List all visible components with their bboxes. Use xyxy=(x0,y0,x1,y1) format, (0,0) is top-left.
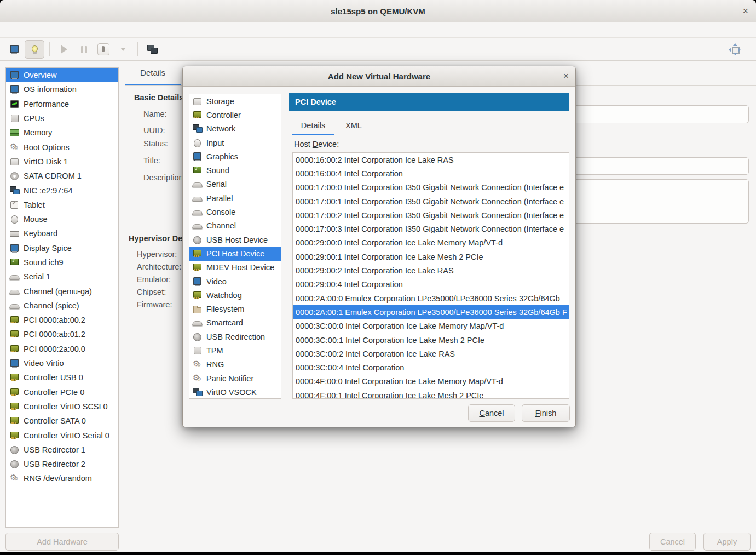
fullscreen-button[interactable] xyxy=(725,41,744,58)
pause-button[interactable] xyxy=(74,41,93,58)
hardware-type-item[interactable]: Storage xyxy=(189,94,281,108)
sidebar-item[interactable]: Keyboard xyxy=(6,226,118,241)
sidebar-item[interactable]: Serial 1 xyxy=(6,270,118,284)
hardware-type-item[interactable]: Channel xyxy=(189,219,281,233)
sidebar-item[interactable]: Channel (qemu-ga) xyxy=(6,284,118,298)
snapshots-button[interactable] xyxy=(143,41,161,58)
sidebar-item[interactable]: Controller VirtIO Serial 0 xyxy=(6,428,118,442)
host-device-row[interactable]: 0000:2A:00:1 Emulex Corporation LPe35000… xyxy=(293,305,569,319)
hardware-type-label: TPM xyxy=(206,346,223,355)
hardware-type-item[interactable]: Console xyxy=(189,205,281,219)
sidebar-item[interactable]: Controller SATA 0 xyxy=(6,414,118,428)
sidebar-item[interactable]: USB Redirector 1 xyxy=(6,443,118,457)
sidebar-item[interactable]: Sound ich9 xyxy=(6,255,118,270)
sidebar-item[interactable]: PCI 0000:ab:01.2 xyxy=(6,327,118,341)
sidebar-item[interactable]: Controller PCIe 0 xyxy=(6,385,118,399)
sidebar-item-label: Performance xyxy=(24,100,69,108)
sidebar-item-label: PCI 0000:2a:00.0 xyxy=(24,345,85,353)
hardware-type-item[interactable]: USB Redirection xyxy=(189,330,281,344)
hardware-type-item[interactable]: VirtIO VSOCK xyxy=(189,385,281,399)
sidebar-item[interactable]: Performance xyxy=(6,97,118,111)
host-device-row[interactable]: 0000:17:00:2 Intel Corporation I350 Giga… xyxy=(293,208,569,222)
sidebar-item[interactable]: SATA CDROM 1 xyxy=(6,169,118,183)
hardware-type-item[interactable]: Network xyxy=(189,122,281,136)
hardware-type-item[interactable]: RNG xyxy=(189,358,281,371)
sidebar-item[interactable]: OS information xyxy=(6,82,118,96)
sidebar-item[interactable]: Boot Options xyxy=(6,140,118,154)
sidebar-item-label: Controller SATA 0 xyxy=(24,416,86,425)
hardware-type-item[interactable]: Graphics xyxy=(189,150,281,163)
host-device-row[interactable]: 0000:29:00:4 Intel Corporation xyxy=(293,278,569,291)
sidebar-item[interactable]: Overview xyxy=(6,68,118,82)
hardware-type-item[interactable]: USB Host Device xyxy=(189,233,281,247)
host-device-row[interactable]: 0000:17:00:3 Intel Corporation I350 Giga… xyxy=(293,222,569,236)
shutdown-menu-button[interactable] xyxy=(114,41,132,58)
sidebar-item[interactable]: Channel (spice) xyxy=(6,299,118,313)
hardware-type-item[interactable]: Panic Notifier xyxy=(189,371,281,385)
hardware-type-icon xyxy=(193,180,202,188)
host-device-row[interactable]: 0000:17:00:1 Intel Corporation I350 Giga… xyxy=(293,194,569,208)
hardware-type-item[interactable]: Parallel xyxy=(189,191,281,205)
description-input[interactable] xyxy=(569,179,749,224)
console-button[interactable] xyxy=(5,41,24,58)
hardware-type-item[interactable]: Watchdog xyxy=(189,288,281,302)
dialog-cancel-button[interactable]: Cancel xyxy=(468,404,515,422)
sidebar-item[interactable]: PCI 0000:ab:00.2 xyxy=(6,313,118,327)
add-hardware-button[interactable]: Add Hardware xyxy=(5,533,119,551)
host-device-row[interactable]: 0000:3C:00:1 Intel Corporation Ice Lake … xyxy=(293,333,569,347)
sidebar-item[interactable]: PCI 0000:2a:00.0 xyxy=(6,342,118,356)
sidebar-item[interactable]: Mouse xyxy=(6,212,118,226)
hardware-type-item[interactable]: Filesystem xyxy=(189,302,281,316)
hardware-type-item[interactable]: Serial xyxy=(189,178,281,191)
sidebar-item[interactable]: Video Virtio xyxy=(6,356,118,370)
host-device-row[interactable]: 0000:3C:00:4 Intel Corporation xyxy=(293,361,569,374)
cancel-button[interactable]: Cancel xyxy=(649,533,696,551)
run-button[interactable] xyxy=(55,41,73,58)
title-input[interactable] xyxy=(569,157,749,175)
host-device-row[interactable]: 0000:4F:00:0 Intel Corporation Ice Lake … xyxy=(293,375,569,388)
host-device-row[interactable]: 0000:4F:00:1 Intel Corporation Ice Lake … xyxy=(293,388,569,399)
dialog-close-icon[interactable]: × xyxy=(563,66,569,86)
host-device-row[interactable]: 0000:2A:00:0 Emulex Corporation LPe35000… xyxy=(293,291,569,305)
host-device-row[interactable]: 0000:17:00:0 Intel Corporation I350 Giga… xyxy=(293,181,569,194)
host-device-row[interactable]: 0000:3C:00:0 Intel Corporation Ice Lake … xyxy=(293,319,569,333)
tab-xml[interactable]: XML xyxy=(342,117,366,134)
sidebar-item[interactable]: Display Spice xyxy=(6,241,118,255)
hardware-type-label: Video xyxy=(206,277,227,286)
sidebar-item[interactable]: NIC :e2:97:64 xyxy=(6,183,118,197)
sidebar-item[interactable]: USB Redirector 2 xyxy=(6,457,118,471)
hardware-type-item[interactable]: Input xyxy=(189,136,281,150)
menu-item[interactable] xyxy=(26,28,37,32)
hardware-type-item[interactable]: Sound xyxy=(189,163,281,177)
hardware-type-item[interactable]: MDEV Host Device xyxy=(189,261,281,274)
host-device-row[interactable]: 0000:16:00:4 Intel Corporation xyxy=(293,167,569,180)
menu-item[interactable] xyxy=(37,28,48,32)
menu-item[interactable] xyxy=(15,28,26,32)
host-device-row[interactable]: 0000:3C:00:2 Intel Corporation Ice Lake … xyxy=(293,347,569,361)
host-device-row[interactable]: 0000:29:00:2 Intel Corporation Ice Lake … xyxy=(293,264,569,277)
window-close-icon[interactable]: × xyxy=(742,0,748,22)
hardware-type-item[interactable]: Smartcard xyxy=(189,316,281,330)
hardware-type-item[interactable]: PCI Host Device xyxy=(189,247,281,260)
menu-item[interactable] xyxy=(4,28,15,32)
host-device-row[interactable]: 0000:29:00:0 Intel Corporation Ice Lake … xyxy=(293,236,569,250)
tab-details[interactable]: Details xyxy=(292,117,334,135)
host-device-row[interactable]: 0000:29:00:1 Intel Corporation Ice Lake … xyxy=(293,250,569,264)
sidebar-item[interactable]: RNG /dev/urandom xyxy=(6,471,118,485)
details-button[interactable] xyxy=(25,40,44,59)
hardware-type-item[interactable]: Video xyxy=(189,274,281,288)
sidebar-item[interactable]: VirtIO Disk 1 xyxy=(6,155,118,169)
sidebar-item[interactable]: CPUs xyxy=(6,111,118,125)
tab-details[interactable]: Details xyxy=(125,61,181,84)
sidebar-item[interactable]: Memory xyxy=(6,125,118,140)
name-input[interactable] xyxy=(569,105,749,123)
sidebar-item[interactable]: Controller VirtIO SCSI 0 xyxy=(6,399,118,414)
sidebar-item[interactable]: Tablet xyxy=(6,198,118,212)
apply-button[interactable]: Apply xyxy=(703,533,751,551)
hardware-type-item[interactable]: Controller xyxy=(189,108,281,122)
hardware-type-item[interactable]: TPM xyxy=(189,344,281,357)
dialog-finish-button[interactable]: Finish xyxy=(522,404,570,422)
host-device-row[interactable]: 0000:16:00:2 Intel Corporation Ice Lake … xyxy=(293,153,569,167)
shutdown-button[interactable] xyxy=(94,41,113,58)
sidebar-item[interactable]: Controller USB 0 xyxy=(6,370,118,385)
